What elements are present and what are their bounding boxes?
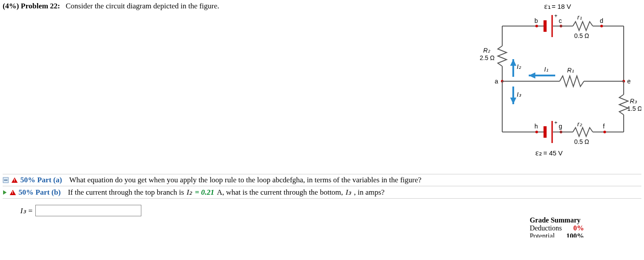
r1-value: 0.5 Ω [574,32,589,39]
node-g: g [559,123,562,130]
grade-title: Grade Summary [530,216,588,224]
part-b-label: 50% Part (b) [19,188,61,197]
part-b-i2: I₂ [187,188,193,197]
part-b-i3: I₃ [346,188,352,197]
problem-label: Problem 22: [21,2,60,10]
e1-plus: + [554,13,557,19]
e2-symbol: ε₂ [535,148,542,157]
node-a: a [495,78,498,85]
warning-icon [11,177,18,183]
answer-input[interactable] [35,205,141,216]
grade-potential-value: 100% [566,232,588,237]
svg-point-31 [603,131,606,133]
r2-value: 0.5 Ω [574,138,589,145]
part-a-text: What equation do you get when you apply … [69,176,421,185]
i1-label: I₁ [544,66,549,73]
part-b-text-pre: If the current through the top branch is [68,188,184,197]
grade-deduct-label: Deductions [530,224,566,232]
r3-label: R₃ [630,98,637,105]
part-a-label: 50% Part (a) [20,176,62,185]
collapse-icon [3,177,9,183]
circuit-figure: ε₁ = 18 V + b c r₁ 0.5 Ω d [478,2,641,161]
svg-marker-20 [510,98,516,104]
problem-text: Consider the circuit diagram depicted in… [66,2,219,10]
warning-icon [10,190,16,195]
r1cap-label: R₁ [567,67,574,74]
svg-marker-34 [3,190,7,195]
node-d: d [600,17,603,24]
part-b-row[interactable]: 50% Part (b) If the current through the … [3,186,641,199]
e2-value: = 45 V [543,149,563,157]
part-a-row[interactable]: 50% Part (a) What equation do you get wh… [3,174,641,186]
node-c: c [559,17,562,24]
node-b: b [534,17,538,24]
svg-point-7 [600,25,603,27]
r1-label: r₁ [577,14,582,21]
svg-point-3 [535,25,538,27]
r2-label: r₂ [577,121,582,128]
r2cap-label: R₂ [483,47,490,54]
svg-point-27 [535,131,538,133]
e1-symbol: ε₁ [544,2,551,11]
svg-marker-16 [529,72,535,79]
node-h: h [534,123,538,130]
part-b-given: = 0.21 [195,188,214,197]
svg-rect-33 [4,180,8,181]
e2-plus: + [554,120,557,126]
problem-weight: (4%) [3,2,19,10]
parts-list: 50% Part (a) What equation do you get wh… [3,174,641,199]
answer-lhs: I₃ = [20,206,33,215]
r3-value: 1.5 Ω [627,105,641,112]
node-e: e [627,78,631,85]
part-b-text-post: , in amps? [354,188,384,197]
grade-summary: Grade Summary Deductions 0% Potential 10… [530,216,588,237]
play-icon [3,190,7,195]
node-f: f [603,123,605,130]
e1-value: = 18 V [552,3,571,10]
part-b-text-mid: A, what is the current through the botto… [217,188,343,197]
svg-marker-18 [510,59,516,66]
grade-deduct-value: 0% [566,224,588,232]
i2-label: I₂ [517,63,521,70]
i3-label: I₃ [517,91,522,98]
r2cap-value: 2.5 Ω [480,54,495,61]
grade-potential-label: Potential [530,232,566,237]
